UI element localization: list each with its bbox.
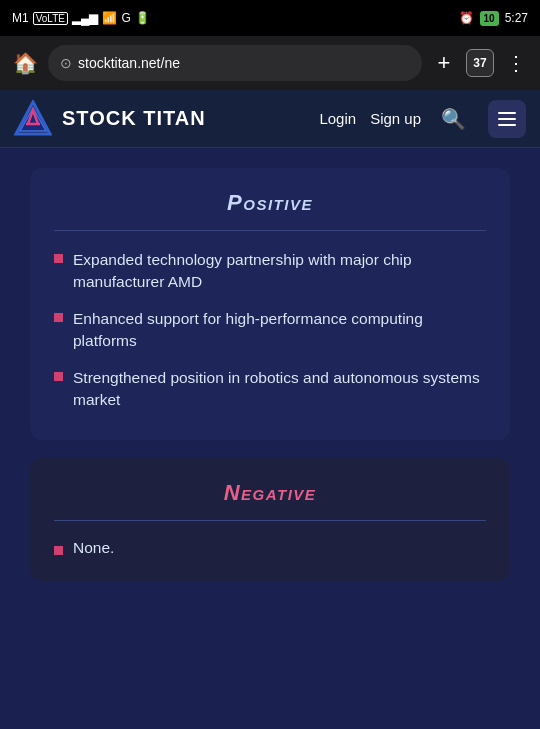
negative-title: Negative (54, 480, 486, 506)
battery-level: 10 (480, 11, 499, 26)
tab-count-badge[interactable]: 37 (466, 49, 494, 77)
status-right: ⏰ 10 5:27 (459, 11, 528, 26)
positive-item-1: Expanded technology partnership with maj… (73, 249, 486, 294)
bullet-icon (54, 546, 63, 555)
wifi-icon: 📶 (102, 11, 117, 25)
negative-item-1: None. (73, 539, 114, 557)
brand-name: STOCK TITAN (62, 107, 206, 130)
list-item: Enhanced support for high-performance co… (54, 308, 486, 353)
new-tab-button[interactable]: + (430, 50, 458, 76)
positive-item-3: Strengthened position in robotics and au… (73, 367, 486, 412)
login-button[interactable]: Login (319, 110, 356, 127)
navbar: STOCK TITAN Login Sign up 🔍 (0, 90, 540, 148)
bullet-icon (54, 372, 63, 381)
menu-button[interactable] (488, 100, 526, 138)
main-content: Positive Expanded technology partnership… (0, 148, 540, 729)
positive-divider (54, 230, 486, 231)
positive-section: Positive Expanded technology partnership… (30, 168, 510, 440)
positive-item-2: Enhanced support for high-performance co… (73, 308, 486, 353)
network-label: G (121, 11, 130, 25)
list-item: Strengthened position in robotics and au… (54, 367, 486, 412)
battery-outline-icon: 🔋 (135, 11, 150, 25)
signal-icon: ▂▄▆ (72, 11, 99, 25)
url-text: stocktitan.net/ne (78, 55, 180, 71)
negative-divider (54, 520, 486, 521)
carrier-label: M1 (12, 11, 29, 25)
positive-bullet-list: Expanded technology partnership with maj… (54, 249, 486, 412)
signup-button[interactable]: Sign up (370, 110, 421, 127)
positive-title: Positive (54, 190, 486, 216)
volte-badge: VoLTE (33, 12, 68, 25)
bullet-icon (54, 254, 63, 263)
home-icon[interactable]: 🏠 (10, 51, 40, 75)
logo-icon (14, 100, 52, 138)
search-icon[interactable]: 🔍 (441, 107, 466, 131)
site-icon: ⊙ (60, 55, 72, 71)
browser-chrome: 🏠 ⊙ stocktitan.net/ne + 37 ⋮ (0, 36, 540, 90)
alarm-icon: ⏰ (459, 11, 474, 25)
hamburger-icon (498, 112, 516, 126)
status-left: M1 VoLTE ▂▄▆ 📶 G 🔋 (12, 11, 150, 25)
url-bar[interactable]: ⊙ stocktitan.net/ne (48, 45, 422, 81)
list-item: Expanded technology partnership with maj… (54, 249, 486, 294)
negative-section: Negative None. (30, 458, 510, 581)
list-item: None. (54, 539, 486, 557)
clock-label: 5:27 (505, 11, 528, 25)
status-bar: M1 VoLTE ▂▄▆ 📶 G 🔋 ⏰ 10 5:27 (0, 0, 540, 36)
browser-menu-button[interactable]: ⋮ (502, 51, 530, 75)
bullet-icon (54, 313, 63, 322)
